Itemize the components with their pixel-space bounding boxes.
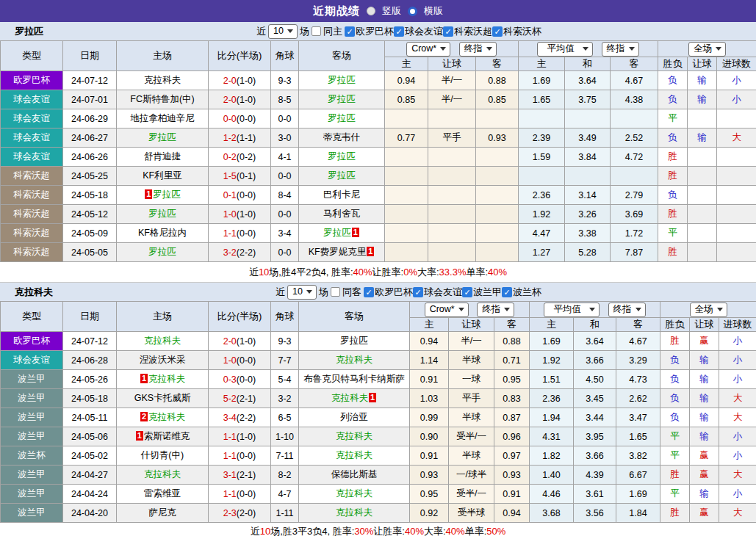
halftime-score: (2-1) bbox=[237, 394, 256, 404]
average-select[interactable]: 平均值 bbox=[544, 303, 600, 317]
date-cell: 24-07-01 bbox=[63, 90, 117, 109]
recent-count-select[interactable]: 10 bbox=[287, 285, 317, 300]
avg-home-odds-cell: 3.68 bbox=[530, 504, 574, 523]
league-checkbox-checked[interactable]: ✓ bbox=[394, 26, 404, 37]
away-team-cell: 马利舍瓦 bbox=[299, 205, 385, 224]
avg-away-odds-cell bbox=[611, 109, 658, 128]
let-away-odds-cell: 0.87 bbox=[494, 408, 530, 427]
home-team-cell: KF利里亚 bbox=[117, 167, 209, 186]
home-team-name: 克拉科夫 bbox=[144, 469, 181, 479]
avg-draw-odds-cell: 4.50 bbox=[574, 370, 616, 389]
away-team-name: 列治亚 bbox=[340, 412, 368, 422]
sub-col-header: 让球 bbox=[690, 318, 719, 332]
games-label: 场 bbox=[319, 286, 328, 299]
let-line-cell bbox=[428, 205, 476, 224]
avg-home-odds-cell: 1.59 bbox=[519, 148, 565, 167]
final-odds-select-1[interactable]: 终指 bbox=[477, 303, 514, 317]
score-cell: 2-0(1-0) bbox=[209, 332, 271, 351]
match-row: 波兰甲24-05-261克拉科夫0-3(0-0)5-4布鲁克贝特马利卡纳斯萨0.… bbox=[1, 370, 756, 389]
bookmaker-select[interactable]: Crow* bbox=[406, 42, 450, 57]
sub-col-header: 客 bbox=[476, 57, 519, 71]
vertical-layout-radio[interactable] bbox=[367, 7, 375, 15]
league-type-cell: 球会友谊 bbox=[1, 148, 63, 167]
halftime-score: (2-0) bbox=[237, 508, 256, 518]
corner-cell: 8-5 bbox=[271, 90, 299, 109]
league-type-cell: 波兰甲 bbox=[1, 504, 63, 523]
avg-away-odds-cell bbox=[611, 167, 658, 186]
let-home-odds-cell: 0.90 bbox=[410, 427, 449, 446]
same-venue-checkbox[interactable] bbox=[331, 287, 340, 297]
league-checkbox-checked[interactable]: ✓ bbox=[502, 287, 512, 297]
horizontal-layout-radio[interactable] bbox=[408, 7, 417, 16]
league-checkbox-checked[interactable]: ✓ bbox=[413, 287, 423, 297]
away-team-cell: 克拉科夫 bbox=[299, 446, 410, 466]
average-select[interactable]: 平均值 bbox=[537, 42, 593, 57]
corner-cell: 0-0 bbox=[271, 167, 299, 186]
avg-draw-odds-cell: 3.26 bbox=[565, 205, 611, 224]
away-team-name: KF费罗妮克里 bbox=[309, 247, 366, 257]
home-team-cell: 罗拉匹 bbox=[117, 243, 209, 262]
sub-col-header: 主 bbox=[530, 318, 574, 332]
let-line-cell: 半球 bbox=[449, 446, 494, 466]
recent-count-select[interactable]: 10 bbox=[268, 24, 298, 39]
league-checkbox-checked[interactable]: ✓ bbox=[364, 287, 374, 297]
league-checkbox-checked[interactable]: ✓ bbox=[462, 287, 472, 297]
final-odds-select-2[interactable]: 终指 bbox=[608, 303, 646, 317]
avg-home-odds-cell: 4.47 bbox=[519, 224, 565, 243]
league-type-cell: 球会友谊 bbox=[1, 351, 63, 370]
summary-stat-value: 10 bbox=[260, 526, 270, 536]
fullmatch-group: 全场 bbox=[658, 41, 756, 57]
avg-draw-odds-cell: 3.14 bbox=[565, 186, 611, 205]
league-checkbox-label: 科索沃超 bbox=[454, 25, 492, 38]
final-odds-select-1[interactable]: 终指 bbox=[459, 42, 497, 57]
avg-home-odds-cell: 1.69 bbox=[519, 71, 565, 90]
final-odds-select-2[interactable]: 终指 bbox=[602, 42, 639, 57]
summary-text: 场,胜3平3负4, 胜率: bbox=[270, 525, 354, 536]
avg-home-odds-cell bbox=[519, 167, 565, 186]
home-team-name: 克拉科夫 bbox=[144, 75, 181, 85]
let-line-cell: 受半球 bbox=[449, 504, 494, 523]
let-home-odds-cell: 0.91 bbox=[410, 370, 449, 389]
date-cell: 24-04-24 bbox=[63, 485, 117, 504]
avg-away-odds-cell: 4.67 bbox=[611, 71, 658, 90]
avg-away-odds-cell: 2.79 bbox=[611, 186, 658, 205]
summary-stat-value: 50% bbox=[486, 526, 505, 536]
away-team-cell: 克拉科夫 bbox=[299, 351, 410, 370]
matches-table: 类型 日期 主场 比分(半场) 角球 客场 Crow* 终指 平均值 终指 全场… bbox=[0, 301, 756, 523]
let-line-cell: 半球 bbox=[449, 408, 494, 427]
avg-away-odds-cell: 7.87 bbox=[611, 243, 658, 262]
league-checkbox-checked[interactable]: ✓ bbox=[443, 26, 453, 37]
date-cell: 24-05-05 bbox=[63, 243, 117, 262]
corner-cell: 1-11 bbox=[271, 504, 299, 523]
sub-col-header: 胜负 bbox=[658, 57, 688, 71]
let-home-odds-cell: 1.03 bbox=[410, 389, 449, 408]
fulltime-score: 0-2 bbox=[223, 152, 237, 162]
league-checkbox-checked[interactable]: ✓ bbox=[492, 26, 503, 37]
league-checkbox-checked[interactable]: ✓ bbox=[345, 26, 355, 37]
bookmaker-select[interactable]: Crow* bbox=[425, 303, 469, 317]
bookmaker-value: Crow* bbox=[411, 43, 436, 54]
result-goals-cell bbox=[717, 109, 756, 128]
avg-home-odds-cell: 1.94 bbox=[530, 408, 574, 427]
let-home-odds-cell: 0.92 bbox=[410, 504, 449, 523]
let-away-odds-cell: 0.97 bbox=[494, 446, 530, 466]
score-cell: 3-1(2-1) bbox=[209, 466, 271, 485]
vertical-layout-label[interactable]: 竖版 bbox=[382, 4, 401, 18]
summary-text: 单率: bbox=[465, 525, 487, 536]
league-type-cell: 球会友谊 bbox=[1, 128, 63, 148]
home-team-cell: 2克拉科夫 bbox=[117, 408, 209, 427]
horizontal-layout-label[interactable]: 横版 bbox=[424, 4, 443, 18]
home-team-name: 罗拉匹 bbox=[148, 209, 176, 219]
home-team-cell: 什切青(中) bbox=[117, 446, 209, 466]
let-home-odds-cell: 0.99 bbox=[410, 408, 449, 427]
away-team-cell: 布鲁克贝特马利卡纳斯萨 bbox=[299, 370, 410, 389]
fullmatch-select[interactable]: 全场 bbox=[688, 42, 726, 57]
red-card-badge: 1 bbox=[367, 247, 374, 256]
score-cell: 0-3(0-0) bbox=[209, 370, 271, 389]
let-line-cell: 受半/一 bbox=[449, 485, 494, 504]
fullmatch-select[interactable]: 全场 bbox=[690, 303, 727, 317]
home-team-name: 雷索维亚 bbox=[144, 488, 181, 499]
date-cell: 24-07-12 bbox=[63, 71, 117, 90]
avg-draw-odds-cell: 3.84 bbox=[565, 148, 611, 167]
same-venue-checkbox[interactable] bbox=[312, 26, 321, 36]
